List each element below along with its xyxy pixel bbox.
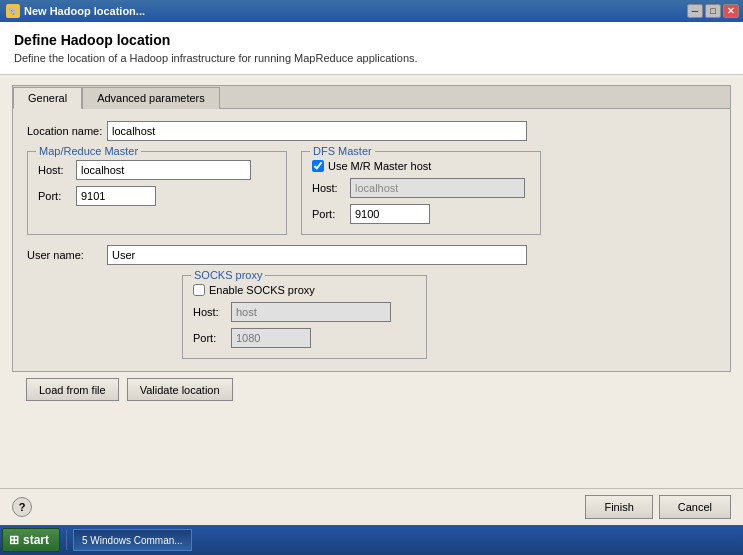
groups-row: Map/Reduce Master Host: Port: DFS Master bbox=[27, 151, 716, 235]
dfs-group-label: DFS Master bbox=[310, 145, 375, 157]
dialog-main: General Advanced parameters Location nam… bbox=[0, 75, 743, 488]
validate-location-button[interactable]: Validate location bbox=[127, 378, 233, 401]
window-title: New Hadoop location... bbox=[24, 5, 145, 17]
mr-port-label: Port: bbox=[38, 190, 76, 202]
title-bar: 🐘 New Hadoop location... ─ □ ✕ bbox=[0, 0, 743, 22]
minimize-button[interactable]: ─ bbox=[687, 4, 703, 18]
maximize-button[interactable]: □ bbox=[705, 4, 721, 18]
location-name-row: Location name: bbox=[27, 121, 716, 141]
dfs-port-input[interactable] bbox=[350, 204, 430, 224]
taskbar: ⊞ start 5 Windows Comman... bbox=[0, 525, 743, 555]
help-button[interactable]: ? bbox=[12, 497, 32, 517]
socks-checkbox[interactable] bbox=[193, 284, 205, 296]
mr-host-input[interactable] bbox=[76, 160, 251, 180]
socks-host-label: Host: bbox=[193, 306, 231, 318]
dialog: Define Hadoop location Define the locati… bbox=[0, 22, 743, 525]
socks-host-input bbox=[231, 302, 391, 322]
tab-container: General Advanced parameters Location nam… bbox=[12, 85, 731, 372]
taskbar-item-0[interactable]: 5 Windows Comman... bbox=[73, 529, 192, 551]
dfs-checkbox[interactable] bbox=[312, 160, 324, 172]
taskbar-item-label-0: 5 Windows Comman... bbox=[82, 535, 183, 546]
footer-actions: Finish Cancel bbox=[585, 495, 731, 519]
socks-checkbox-label: Enable SOCKS proxy bbox=[209, 284, 315, 296]
dfs-host-input bbox=[350, 178, 525, 198]
mapreduce-group-label: Map/Reduce Master bbox=[36, 145, 141, 157]
taskbar-separator bbox=[66, 530, 67, 550]
load-from-file-button[interactable]: Load from file bbox=[26, 378, 119, 401]
user-name-input[interactable] bbox=[107, 245, 527, 265]
location-name-label: Location name: bbox=[27, 125, 107, 137]
dialog-header: Define Hadoop location Define the locati… bbox=[0, 22, 743, 75]
app-icon: 🐘 bbox=[6, 4, 20, 18]
bottom-buttons: Load from file Validate location bbox=[12, 372, 731, 407]
mr-port-input[interactable] bbox=[76, 186, 156, 206]
dialog-description: Define the location of a Hadoop infrastr… bbox=[14, 52, 729, 64]
user-name-label: User name: bbox=[27, 249, 107, 261]
window-controls: ─ □ ✕ bbox=[687, 4, 739, 18]
dialog-footer: ? Finish Cancel bbox=[0, 488, 743, 525]
tab-general-content: Location name: Map/Reduce Master Host: P… bbox=[13, 109, 730, 371]
start-button[interactable]: ⊞ start bbox=[2, 528, 60, 552]
socks-group: SOCKS proxy Enable SOCKS proxy Host: Por… bbox=[182, 275, 427, 359]
dfs-port-label: Port: bbox=[312, 208, 350, 220]
close-button[interactable]: ✕ bbox=[723, 4, 739, 18]
socks-port-label: Port: bbox=[193, 332, 231, 344]
mr-port-row: Port: bbox=[38, 186, 276, 206]
finish-button[interactable]: Finish bbox=[585, 495, 652, 519]
user-name-row: User name: bbox=[27, 245, 716, 265]
mr-host-row: Host: bbox=[38, 160, 276, 180]
tab-header: General Advanced parameters bbox=[13, 86, 730, 109]
socks-group-label: SOCKS proxy bbox=[191, 269, 265, 281]
dfs-group: DFS Master Use M/R Master host Host: Por… bbox=[301, 151, 541, 235]
cancel-button[interactable]: Cancel bbox=[659, 495, 731, 519]
dfs-port-row: Port: bbox=[312, 204, 530, 224]
socks-port-input bbox=[231, 328, 311, 348]
tab-general[interactable]: General bbox=[13, 87, 82, 109]
dialog-title: Define Hadoop location bbox=[14, 32, 729, 48]
socks-port-row: Port: bbox=[193, 328, 416, 348]
dfs-host-row: Host: bbox=[312, 178, 530, 198]
dfs-checkbox-label: Use M/R Master host bbox=[328, 160, 431, 172]
mr-host-label: Host: bbox=[38, 164, 76, 176]
location-name-input[interactable] bbox=[107, 121, 527, 141]
start-label: start bbox=[23, 533, 49, 547]
tab-advanced[interactable]: Advanced parameters bbox=[82, 87, 220, 109]
dfs-checkbox-row: Use M/R Master host bbox=[312, 160, 530, 172]
mapreduce-group: Map/Reduce Master Host: Port: bbox=[27, 151, 287, 235]
socks-host-row: Host: bbox=[193, 302, 416, 322]
socks-checkbox-row: Enable SOCKS proxy bbox=[193, 284, 416, 296]
dfs-host-label: Host: bbox=[312, 182, 350, 194]
start-icon: ⊞ bbox=[9, 533, 19, 547]
